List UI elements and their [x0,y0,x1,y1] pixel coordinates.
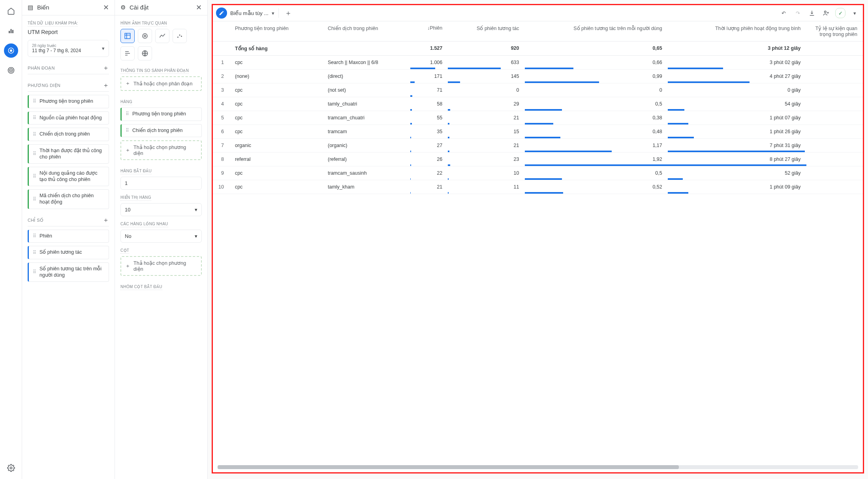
plus-icon: ＋ [125,147,130,154]
edit-tab-icon[interactable] [216,8,227,19]
metric-chip[interactable]: ⠿Số phiên tương tác trên mỗi người dùng [28,262,109,282]
cell: 7 phút 31 giây [668,139,806,153]
col-campaign[interactable]: Chiến dịch trong phiên [322,21,410,41]
layers-icon: ▤ [28,4,33,11]
close-settings-panel[interactable]: ✕ [196,3,202,12]
col-duration[interactable]: Thời lượng phiên hoạt động trung bình [668,21,806,41]
dimension-chip[interactable]: ⠿Phương tiện trong phiên [28,95,109,108]
tab-name[interactable]: Biểu mẫu tùy ... [230,10,269,16]
col-per-user[interactable]: Số phiên tương tác trên mỗi người dùng [525,21,668,41]
nav-advertising[interactable] [4,63,18,77]
cell: 22 [410,166,448,180]
viz-donut[interactable] [138,29,152,43]
add-tab[interactable]: ＋ [283,8,294,19]
cell-medium: cpc [229,180,322,194]
chip-label: Phương tiện trong phiên [132,111,186,117]
chevron-down-icon: ▾ [102,45,105,51]
viz-line[interactable] [155,29,169,43]
table-row[interactable]: 9cpctramcam_sausinh22100,552 giây [213,166,863,180]
col-engaged[interactable]: Số phiên tương tác [448,21,524,41]
add-segment[interactable]: ＋ [103,64,109,72]
add-metric[interactable]: ＋ [103,216,109,224]
table-row[interactable]: 1cpcSearch || Maxcon || 6/81.0066330,663… [213,56,863,70]
more-dropdown[interactable]: ▾ [849,8,860,18]
dimension-chip[interactable]: ⠿Chiến dịch trong phiên [28,128,109,141]
share-button[interactable] [821,8,831,18]
col-sessions[interactable]: ↓Phiên [410,21,448,41]
row-index: 9 [213,166,229,180]
metric-chip[interactable]: ⠿Phiên [28,230,109,243]
cell: 1 phút 09 giây [668,180,806,194]
date-preset: 28 ngày trước [32,43,81,48]
dimension-chip[interactable]: ⠿Nguồn của phiên hoạt động [28,111,109,125]
cell: 1 phút 07 giây [668,111,806,125]
nav-settings[interactable] [4,461,18,475]
viz-table[interactable] [120,29,135,43]
tab-dropdown[interactable]: ▾ [272,10,274,16]
table-row[interactable]: 5cpctramcam_chuatri55210,381 phút 07 giâ… [213,111,863,125]
nav-reports[interactable] [4,24,18,38]
row-chip[interactable]: ⠿Chiến dịch trong phiên [120,124,202,138]
cell: 1,92 [525,153,668,166]
redo-button[interactable]: ↷ [793,8,803,18]
svg-point-16 [181,36,182,37]
horizontal-scrollbar[interactable] [218,465,858,469]
table-row[interactable]: 2(none)(direct)1711450,994 phút 27 giây [213,70,863,83]
dimensions-label: PHƯƠNG DIỆN [28,83,60,88]
cell-medium: organic [229,139,322,153]
cell: 8 phút 27 giây [668,153,806,166]
cell: 27 [410,139,448,153]
data-table: Phương tiện trong phiên Chiến dịch trong… [213,21,863,194]
table-row[interactable]: 10cpctamly_kham21110,521 phút 09 giây [213,180,863,194]
table-row[interactable]: 4cpctamly_chuatri58290,554 giây [213,97,863,111]
cols-label: CỘT [120,248,129,254]
rows-drop[interactable]: ＋Thả hoặc chọn phương diện [120,140,202,160]
table-row[interactable]: 6cpctramcam35150,481 phút 26 giây [213,125,863,139]
cell-medium: (none) [229,70,322,83]
row-chip[interactable]: ⠿Phương tiện trong phiên [120,107,202,121]
table-row[interactable]: 7organic(organic)27211,177 phút 31 giây [213,139,863,153]
chip-label: Phương tiện trong phiên [39,98,93,105]
dimension-chip[interactable]: ⠿Nội dung quảng cáo được tạo thủ công ch… [28,167,109,186]
status-ok[interactable]: ✓ [835,8,845,18]
nav-home[interactable] [4,4,18,18]
viz-scatter[interactable] [173,29,187,43]
col-conv-rate[interactable]: Tỷ lệ sự kiện quan trọng trong phiên [806,21,863,41]
svg-rect-0 [9,31,10,33]
download-button[interactable] [807,8,817,18]
total-sessions: 1.527 [410,41,448,56]
svg-rect-2 [12,30,13,33]
report-highlight: Biểu mẫu tùy ... ▾ ＋ ↶ ↷ ✓ ▾ [212,4,864,473]
start-row-input[interactable] [120,177,202,190]
table-row[interactable]: 8referral(referral)26231,928 phút 27 giâ… [213,153,863,166]
cell: 58 [410,97,448,111]
dimension-chip[interactable]: ⠿Mã chiến dịch cho phiên hoạt động [28,189,109,209]
cell-medium: cpc [229,111,322,125]
plus-icon: ＋ [125,80,130,87]
totals-label: Tổng số hàng [229,41,322,56]
chip-label: Chiến dịch trong phiên [132,128,182,134]
col-medium[interactable]: Phương tiện trong phiên [229,21,322,41]
cell-campaign: (not set) [322,83,410,97]
viz-geo[interactable] [138,46,152,60]
segment-drop[interactable]: ＋Thả hoặc chọn phân đoạn [120,76,202,91]
exploration-name[interactable]: UTM Report [28,29,109,35]
viz-bar[interactable] [120,46,135,60]
nested-select[interactable]: No▾ [120,230,202,243]
cols-drop[interactable]: ＋Thả hoặc chọn phương diện [120,256,202,276]
show-rows-select[interactable]: 10▾ [120,203,202,216]
data-table-wrap[interactable]: Phương tiện trong phiên Chiến dịch trong… [213,21,863,464]
svg-point-14 [177,37,178,38]
add-dimension[interactable]: ＋ [103,81,109,90]
metric-chip[interactable]: ⠿Số phiên tương tác [28,246,109,259]
drag-handle-icon: ⠿ [33,233,36,239]
close-variables-panel[interactable]: ✕ [103,3,109,12]
nav-explore[interactable] [4,43,18,58]
dimension-chip[interactable]: ⠿Thời hạn được đặt thủ công cho phiên [28,144,109,164]
cell [806,166,863,180]
nested-label: CÁC HÀNG LỒNG NHAU [120,222,168,227]
table-row[interactable]: 3cpc(not set)71000 giây [213,83,863,97]
drag-handle-icon: ⠿ [126,111,129,117]
date-range-picker[interactable]: 28 ngày trước 11 thg 7 - 7 thg 8, 2024 ▾ [28,40,109,57]
undo-button[interactable]: ↶ [778,8,789,18]
